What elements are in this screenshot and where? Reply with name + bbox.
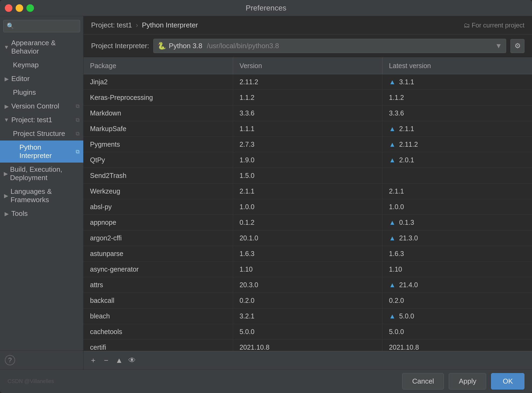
- expand-arrow-icon: ▶: [4, 170, 8, 177]
- sidebar-item-project-structure[interactable]: Project Structure ⧉: [0, 127, 83, 141]
- search-icon: 🔍: [7, 23, 14, 30]
- cell-package: MarkupSafe: [84, 121, 233, 136]
- cell-version: 0.2.0: [233, 293, 383, 308]
- apply-button[interactable]: Apply: [449, 373, 486, 390]
- interpreter-path: /usr/local/bin/python3.8: [207, 42, 279, 50]
- cell-package: Werkzeug: [84, 184, 233, 199]
- cell-package: backcall: [84, 293, 233, 308]
- table-row[interactable]: astunparse1.6.31.6.3: [84, 246, 532, 262]
- table-row[interactable]: Pygments2.7.3▲ 2.11.2: [84, 137, 532, 152]
- sidebar-item-keymap[interactable]: Keymap: [0, 58, 83, 72]
- table-row[interactable]: Werkzeug2.1.12.1.1: [84, 184, 532, 199]
- cell-package: appnope: [84, 215, 233, 230]
- cell-package: Pygments: [84, 137, 233, 152]
- table-row[interactable]: Send2Trash1.5.0: [84, 168, 532, 184]
- minimize-button[interactable]: [16, 4, 23, 12]
- expand-arrow-icon: ▶: [4, 76, 9, 82]
- preferences-window: Preferences 🔍 ▼ Appearance & Behavior Ke…: [0, 0, 532, 393]
- search-input[interactable]: [16, 22, 77, 30]
- upgrade-package-button[interactable]: ▲: [113, 355, 125, 366]
- copy-icon: ⧉: [76, 103, 80, 109]
- cell-package: astunparse: [84, 246, 233, 261]
- table-row[interactable]: QtPy1.9.0▲ 2.0.1: [84, 152, 532, 168]
- sidebar-item-tools[interactable]: ▶ Tools: [0, 207, 83, 220]
- table-row[interactable]: cachetools5.0.05.0.0: [84, 324, 532, 340]
- copy-icon: ⧉: [76, 131, 80, 137]
- add-package-button[interactable]: +: [87, 355, 99, 366]
- breadcrumb-bar: Project: test1 › Python Interpreter 🗂 Fo…: [84, 16, 532, 34]
- table-row[interactable]: Keras-Preprocessing1.1.21.1.2: [84, 90, 532, 106]
- gear-button[interactable]: ⚙: [510, 39, 524, 53]
- th-latest: Latest version: [382, 58, 532, 74]
- window-title: Preferences: [246, 4, 286, 12]
- cell-latest: ▲ 5.0.0: [382, 308, 532, 324]
- sidebar-item-appearance-behavior[interactable]: ▼ Appearance & Behavior: [0, 36, 83, 58]
- search-box[interactable]: 🔍: [3, 20, 80, 32]
- sidebar-item-project-test1[interactable]: ▼ Project: test1 ⧉: [0, 113, 83, 127]
- footer: CSDN @Villanelles Cancel Apply OK: [0, 369, 532, 393]
- for-current-project-button[interactable]: 🗂 For current project: [464, 22, 524, 29]
- cell-latest: 3.3.6: [382, 106, 532, 121]
- sidebar-item-label: Appearance & Behavior: [11, 39, 80, 55]
- table-row[interactable]: Markdown3.3.63.3.6: [84, 106, 532, 121]
- cell-latest: 1.6.3: [382, 246, 532, 261]
- cell-latest: 2021.10.8: [382, 340, 532, 351]
- sidebar-item-python-interpreter[interactable]: Python Interpreter ⧉: [0, 141, 83, 163]
- close-button[interactable]: [5, 4, 12, 12]
- python-emoji-icon: 🐍: [157, 42, 166, 50]
- ok-button[interactable]: OK: [491, 373, 524, 390]
- upgrade-arrow-icon: ▲: [389, 234, 398, 242]
- cell-package: bleach: [84, 308, 233, 324]
- sidebar-item-plugins[interactable]: Plugins: [0, 86, 83, 99]
- for-project-label: For current project: [472, 22, 524, 29]
- table-row[interactable]: backcall0.2.00.2.0: [84, 293, 532, 308]
- upgrade-arrow-icon: ▲: [389, 125, 398, 132]
- sidebar: 🔍 ▼ Appearance & Behavior Keymap ▶ Edito…: [0, 16, 84, 369]
- table-row[interactable]: absl-py1.0.01.0.0: [84, 199, 532, 215]
- upgrade-arrow-icon: ▲: [389, 141, 398, 148]
- remove-package-button[interactable]: −: [100, 355, 112, 366]
- sidebar-item-languages-frameworks[interactable]: ▶ Languages & Frameworks: [0, 185, 83, 207]
- breadcrumb-separator: ›: [136, 21, 138, 29]
- cell-version: 1.5.0: [233, 168, 383, 183]
- interpreter-label: Project Interpreter:: [91, 42, 149, 50]
- cell-version: 2.7.3: [233, 137, 383, 152]
- breadcrumb-current: Python Interpreter: [142, 21, 198, 29]
- help-button[interactable]: ?: [5, 355, 15, 365]
- view-package-button[interactable]: 👁: [126, 355, 138, 366]
- cell-latest: 5.0.0: [382, 324, 532, 339]
- window-controls: [5, 4, 34, 12]
- cell-version: 1.1.1: [233, 121, 383, 136]
- cell-package: attrs: [84, 277, 233, 293]
- sidebar-item-label: Languages & Frameworks: [11, 187, 80, 204]
- table-row[interactable]: appnope0.1.2▲ 0.1.3: [84, 215, 532, 230]
- cell-package: QtPy: [84, 152, 233, 168]
- cell-latest: 2.1.1: [382, 184, 532, 199]
- interpreter-select[interactable]: 🐍 Python 3.8 /usr/local/bin/python3.8 ▼: [153, 39, 506, 53]
- cell-package: Markdown: [84, 106, 233, 121]
- cell-version: 20.1.0: [233, 230, 383, 246]
- table-header: Package Version Latest version: [84, 58, 532, 74]
- upgrade-arrow-icon: ▲: [389, 281, 398, 289]
- sidebar-item-label: Project Structure: [13, 129, 65, 138]
- cell-version: 1.0.0: [233, 199, 383, 215]
- table-row[interactable]: attrs20.3.0▲ 21.4.0: [84, 277, 532, 293]
- table-row[interactable]: argon2-cffi20.1.0▲ 21.3.0: [84, 230, 532, 246]
- sidebar-item-editor[interactable]: ▶ Editor: [0, 72, 83, 86]
- package-table-container: Package Version Latest version Jinja22.1…: [84, 58, 532, 369]
- interpreter-row: Project Interpreter: 🐍 Python 3.8 /usr/l…: [84, 34, 532, 58]
- cell-latest: ▲ 21.4.0: [382, 277, 532, 293]
- expand-arrow-icon: ▼: [4, 117, 9, 123]
- sidebar-bottom: ?: [0, 350, 83, 369]
- table-row[interactable]: MarkupSafe1.1.1▲ 2.1.1: [84, 121, 532, 137]
- cell-package: cachetools: [84, 324, 233, 339]
- table-row[interactable]: bleach3.2.1▲ 5.0.0: [84, 308, 532, 324]
- sidebar-item-version-control[interactable]: ▶ Version Control ⧉: [0, 99, 83, 113]
- table-row[interactable]: async-generator1.101.10: [84, 262, 532, 277]
- cancel-button[interactable]: Cancel: [402, 373, 444, 390]
- maximize-button[interactable]: [26, 4, 34, 12]
- cell-version: 2.11.2: [233, 74, 383, 90]
- table-row[interactable]: certifi2021.10.82021.10.8: [84, 340, 532, 351]
- sidebar-item-build-execution[interactable]: ▶ Build, Execution, Deployment: [0, 163, 83, 185]
- table-row[interactable]: Jinja22.11.2▲ 3.1.1: [84, 74, 532, 90]
